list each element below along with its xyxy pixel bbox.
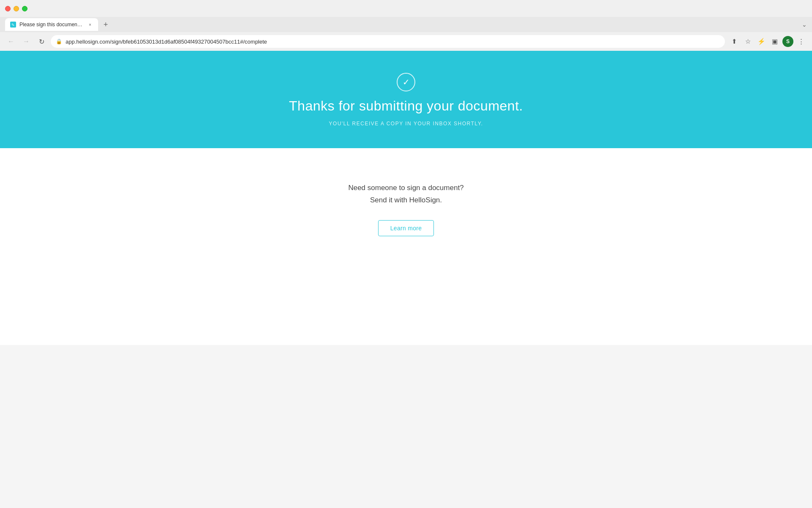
maximize-window-button[interactable] bbox=[22, 6, 27, 11]
forward-button[interactable]: → bbox=[20, 36, 32, 47]
tab-bar: ✎ Please sign this document | He × + ⌄ bbox=[0, 17, 812, 32]
address-bar[interactable]: 🔒 app.hellosign.com/sign/bfeb61053013d1d… bbox=[51, 35, 725, 48]
title-bar bbox=[0, 0, 812, 17]
svg-text:✎: ✎ bbox=[11, 23, 15, 27]
new-tab-button[interactable]: + bbox=[100, 19, 112, 30]
close-window-button[interactable] bbox=[5, 6, 11, 11]
profile-avatar[interactable]: S bbox=[782, 36, 793, 47]
page-content: ✓ Thanks for submitting your document. Y… bbox=[0, 51, 812, 508]
hero-section: ✓ Thanks for submitting your document. Y… bbox=[0, 51, 812, 148]
active-tab[interactable]: ✎ Please sign this document | He × bbox=[5, 18, 98, 31]
lock-icon: 🔒 bbox=[56, 39, 62, 44]
cta-text: Need someone to sign a document? Send it… bbox=[348, 182, 464, 207]
back-button[interactable]: ← bbox=[5, 36, 17, 47]
url-text: app.hellosign.com/sign/bfeb61053013d1d6a… bbox=[66, 39, 720, 45]
omnibar: ← → ↻ 🔒 app.hellosign.com/sign/bfeb61053… bbox=[0, 32, 812, 51]
hero-title: Thanks for submitting your document. bbox=[289, 98, 523, 114]
content-section: Need someone to sign a document? Send it… bbox=[0, 148, 812, 345]
extensions-button[interactable]: ⚡ bbox=[755, 36, 767, 47]
learn-more-button[interactable]: Learn more bbox=[378, 220, 434, 236]
success-checkmark-icon: ✓ bbox=[397, 73, 415, 91]
bottom-gray-area bbox=[0, 345, 812, 508]
tab-favicon-icon: ✎ bbox=[10, 22, 16, 28]
share-button[interactable]: ⬆ bbox=[728, 36, 740, 47]
sidebar-button[interactable]: ▣ bbox=[769, 36, 781, 47]
tab-close-button[interactable]: × bbox=[87, 22, 93, 28]
traffic-lights bbox=[5, 6, 27, 11]
browser-actions: ⬆ ☆ ⚡ ▣ S ⋮ bbox=[728, 36, 807, 47]
tab-dropdown-button[interactable]: ⌄ bbox=[802, 21, 807, 28]
bookmark-button[interactable]: ☆ bbox=[742, 36, 754, 47]
reload-button[interactable]: ↻ bbox=[36, 36, 47, 47]
hero-subtitle: YOU'LL RECEIVE A COPY IN YOUR INBOX SHOR… bbox=[329, 121, 483, 127]
browser-chrome: ✎ Please sign this document | He × + ⌄ ←… bbox=[0, 0, 812, 51]
tab-title: Please sign this document | He bbox=[19, 22, 84, 28]
menu-button[interactable]: ⋮ bbox=[795, 36, 807, 47]
minimize-window-button[interactable] bbox=[14, 6, 19, 11]
